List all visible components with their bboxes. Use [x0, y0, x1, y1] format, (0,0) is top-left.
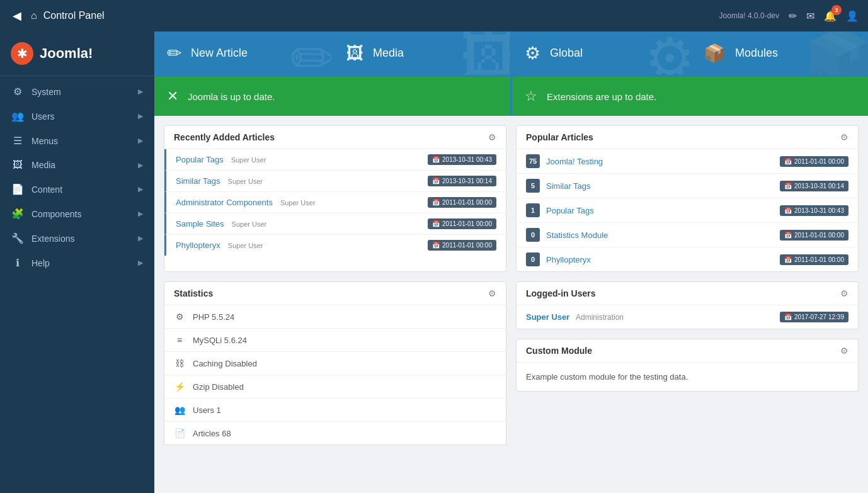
sidebar-label-content: Content: [31, 184, 62, 195]
extensions-uptodate-button[interactable]: ☆ Extensions are up to date.: [512, 77, 868, 116]
popular-articles-panel: Popular Articles ⚙ 75Joomla! Testing 📅20…: [516, 125, 859, 272]
sidebar-label-extensions: Extensions: [31, 234, 74, 244]
home-icon: ⌂: [31, 10, 37, 21]
edit-icon-btn[interactable]: ✏: [789, 10, 797, 22]
mail-icon-btn[interactable]: ✉: [806, 10, 814, 22]
article-date: 📅2013-10-31 00:14: [428, 176, 496, 186]
modules-button[interactable]: 📦 Modules 📦: [691, 31, 868, 75]
popular-link[interactable]: Statistics Module: [546, 230, 608, 240]
logged-user-link[interactable]: Super User: [526, 312, 569, 322]
recently-added-panel: Recently Added Articles ⚙ Popular TagsSu…: [164, 125, 506, 272]
statistics-settings-icon[interactable]: ⚙: [488, 288, 496, 298]
calendar-icon: 📅: [784, 183, 792, 190]
calendar-icon: 📅: [784, 256, 792, 263]
popular-link[interactable]: Popular Tags: [546, 206, 594, 215]
content-icon: 📄: [11, 183, 24, 195]
calendar-icon: 📅: [432, 242, 440, 249]
sidebar-item-content[interactable]: 📄Content ▶: [0, 177, 154, 201]
sidebar-item-users[interactable]: 👥Users ▶: [0, 104, 154, 128]
calendar-icon: 📅: [784, 207, 792, 214]
popular-link[interactable]: Joomla! Testing: [546, 157, 603, 166]
extensions-arrow-icon: ▶: [138, 234, 143, 242]
article-link[interactable]: Sample Sites: [176, 219, 224, 229]
stats-item-caching: ⛓ Caching Disabled: [164, 352, 506, 375]
popular-link[interactable]: Similar Tags: [546, 181, 591, 191]
quick-actions-wrapper: ✏ New Article ✏ 🖼 Media 🖼 ⚙ Global ⚙ 📦 M…: [154, 31, 868, 116]
global-icon: ⚙: [525, 43, 540, 64]
sidebar-label-components: Components: [31, 209, 81, 219]
logged-in-header: Logged-in Users ⚙: [517, 282, 858, 305]
stats-item-mysql: ≡ MySQLi 5.6.24: [164, 329, 506, 352]
popular-count: 5: [526, 179, 540, 193]
calendar-icon: 📅: [784, 232, 792, 239]
joomla-logo: ✱ Joomla!: [9, 41, 93, 66]
system-arrow-icon: ▶: [138, 88, 143, 96]
custom-module-text: Example custom module for the testing da…: [526, 372, 688, 382]
sidebar-item-extensions[interactable]: 🔧Extensions ▶: [0, 226, 154, 251]
users-icon: 👥: [11, 110, 24, 122]
joomla-uptodate-button[interactable]: ✕ Joomla is up to date.: [154, 77, 510, 116]
recently-added-list: Popular TagsSuper User 📅2013-10-31 00:43…: [164, 149, 506, 256]
custom-module-title: Custom Module: [526, 346, 592, 356]
global-button[interactable]: ⚙ Global ⚙: [512, 31, 689, 75]
new-article-button[interactable]: ✏ New Article ✏: [154, 31, 331, 75]
logged-user-item: Super User Administration 📅2017-07-27 12…: [517, 305, 858, 329]
topbar-right: Joomla! 4.0.0-dev ✏ ✉ 🔔 3 👤: [719, 10, 859, 22]
media-button[interactable]: 🖼 Media 🖼: [333, 31, 510, 75]
joomla-logo-text: Joomla!: [40, 45, 93, 62]
custom-module-content: Example custom module for the testing da…: [517, 363, 858, 391]
article-date: 📅2013-10-31 00:43: [428, 154, 496, 165]
article-author: Super User: [280, 199, 316, 207]
article-link[interactable]: Similar Tags: [176, 176, 220, 186]
logged-in-settings-icon[interactable]: ⚙: [840, 288, 848, 298]
sidebar-item-menus[interactable]: ☰Menus ▶: [0, 128, 154, 153]
new-article-icon: ✏: [167, 43, 181, 64]
back-button[interactable]: ◀: [9, 6, 25, 26]
calendar-icon: 📅: [432, 178, 440, 184]
media-arrow-icon: ▶: [138, 161, 143, 169]
article-item: Administrator ComponentsSuper User 📅2011…: [164, 192, 506, 213]
article-link[interactable]: Phyllopteryx: [176, 241, 220, 250]
logged-user-role: Administration: [576, 313, 624, 322]
article-link[interactable]: Administrator Components: [176, 198, 273, 207]
recently-added-settings-icon[interactable]: ⚙: [488, 132, 496, 142]
article-item: Similar TagsSuper User 📅2013-10-31 00:14: [164, 171, 506, 192]
calendar-icon: 📅: [432, 199, 440, 206]
popular-item: 5Similar Tags 📅2013-10-31 00:14: [517, 174, 858, 198]
article-item: Sample SitesSuper User 📅2011-01-01 00:00: [164, 213, 506, 235]
recently-added-title: Recently Added Articles: [174, 132, 275, 142]
help-arrow-icon: ▶: [138, 259, 143, 267]
user-icon-btn[interactable]: 👤: [846, 10, 859, 22]
components-icon: 🧩: [11, 208, 24, 220]
svg-text:✱: ✱: [17, 47, 28, 60]
popular-count: 75: [526, 154, 540, 168]
notifications-icon-btn[interactable]: 🔔 3: [824, 10, 837, 22]
statistics-panel: Statistics ⚙ ⚙ PHP 5.5.24 ≡ MySQLi 5.6.2…: [164, 281, 506, 445]
logged-in-title: Logged-in Users: [526, 288, 595, 298]
extensions-uptodate-icon: ☆: [525, 88, 537, 105]
statistics-header: Statistics ⚙: [164, 282, 506, 305]
logged-in-users-panel: Logged-in Users ⚙ Super User Administrat…: [516, 281, 859, 329]
system-icon: ⚙: [11, 86, 24, 98]
sidebar-item-components[interactable]: 🧩Components ▶: [0, 201, 154, 226]
calendar-icon: 📅: [784, 314, 792, 320]
statistics-list: ⚙ PHP 5.5.24 ≡ MySQLi 5.6.24 ⛓ Caching D…: [164, 305, 506, 445]
popular-articles-settings-icon[interactable]: ⚙: [840, 132, 848, 142]
popular-link[interactable]: Phyllopteryx: [546, 255, 591, 264]
statistics-title: Statistics: [174, 288, 213, 298]
popular-count: 1: [526, 203, 540, 217]
help-icon: ℹ: [11, 257, 24, 269]
page-title: Control Panel: [43, 10, 105, 21]
php-icon: ⚙: [174, 312, 185, 322]
joomla-uptodate-label: Joomla is up to date.: [188, 91, 275, 102]
sidebar-item-help[interactable]: ℹHelp ▶: [0, 251, 154, 275]
stats-item-gzip: ⚡ Gzip Disabled: [164, 375, 506, 399]
sidebar-item-media[interactable]: 🖼Media ▶: [0, 153, 154, 177]
new-article-label: New Article: [191, 47, 248, 60]
quick-actions-row2: ✕ Joomla is up to date. ☆ Extensions are…: [154, 77, 868, 116]
article-link[interactable]: Popular Tags: [176, 155, 224, 164]
article-date: 📅2011-01-01 00:00: [428, 240, 496, 251]
calendar-icon: 📅: [432, 156, 440, 163]
custom-module-settings-icon[interactable]: ⚙: [840, 346, 848, 356]
sidebar-item-system[interactable]: ⚙System ▶: [0, 79, 154, 104]
